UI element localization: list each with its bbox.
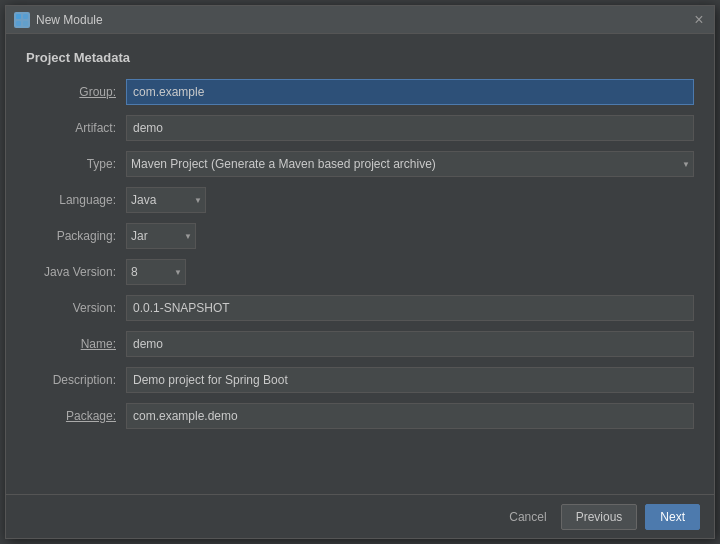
title-bar-left: New Module bbox=[14, 12, 103, 28]
package-input[interactable] bbox=[126, 403, 694, 429]
type-row: Type: Maven Project (Generate a Maven ba… bbox=[26, 151, 694, 177]
packaging-select[interactable]: Jar bbox=[126, 223, 196, 249]
java-version-select[interactable]: 8 bbox=[126, 259, 186, 285]
svg-rect-2 bbox=[16, 21, 21, 26]
type-select[interactable]: Maven Project (Generate a Maven based pr… bbox=[126, 151, 694, 177]
group-row: Group: bbox=[26, 79, 694, 105]
name-input[interactable] bbox=[126, 331, 694, 357]
previous-button[interactable]: Previous bbox=[561, 504, 638, 530]
package-row: Package: bbox=[26, 403, 694, 429]
dialog-footer: Cancel Previous Next bbox=[6, 494, 714, 538]
java-version-select-wrapper: 8 bbox=[126, 259, 186, 285]
group-label: Group: bbox=[26, 85, 126, 99]
artifact-row: Artifact: bbox=[26, 115, 694, 141]
language-select-wrapper: Java bbox=[126, 187, 206, 213]
version-row: Version: bbox=[26, 295, 694, 321]
language-row: Language: Java bbox=[26, 187, 694, 213]
title-bar: New Module × bbox=[6, 6, 714, 34]
package-label: Package: bbox=[26, 409, 126, 423]
artifact-label: Artifact: bbox=[26, 121, 126, 135]
dialog-title: New Module bbox=[36, 13, 103, 27]
dialog-icon bbox=[14, 12, 30, 28]
svg-rect-0 bbox=[16, 14, 21, 19]
description-input[interactable] bbox=[126, 367, 694, 393]
next-button[interactable]: Next bbox=[645, 504, 700, 530]
type-select-wrapper: Maven Project (Generate a Maven based pr… bbox=[126, 151, 694, 177]
section-title: Project Metadata bbox=[26, 50, 694, 65]
new-module-dialog: New Module × Project Metadata Group: Art… bbox=[5, 5, 715, 539]
svg-rect-1 bbox=[23, 14, 28, 19]
packaging-label: Packaging: bbox=[26, 229, 126, 243]
description-row: Description: bbox=[26, 367, 694, 393]
version-label: Version: bbox=[26, 301, 126, 315]
svg-rect-3 bbox=[23, 21, 28, 26]
language-label: Language: bbox=[26, 193, 126, 207]
cancel-link[interactable]: Cancel bbox=[503, 510, 552, 524]
version-input[interactable] bbox=[126, 295, 694, 321]
packaging-row: Packaging: Jar bbox=[26, 223, 694, 249]
language-select[interactable]: Java bbox=[126, 187, 206, 213]
name-label: Name: bbox=[26, 337, 126, 351]
group-input[interactable] bbox=[126, 79, 694, 105]
dialog-content: Project Metadata Group: Artifact: Type: … bbox=[6, 34, 714, 494]
description-label: Description: bbox=[26, 373, 126, 387]
name-row: Name: bbox=[26, 331, 694, 357]
packaging-select-wrapper: Jar bbox=[126, 223, 196, 249]
java-version-row: Java Version: 8 bbox=[26, 259, 694, 285]
java-version-label: Java Version: bbox=[26, 265, 126, 279]
type-label: Type: bbox=[26, 157, 126, 171]
artifact-input[interactable] bbox=[126, 115, 694, 141]
close-button[interactable]: × bbox=[692, 13, 706, 27]
